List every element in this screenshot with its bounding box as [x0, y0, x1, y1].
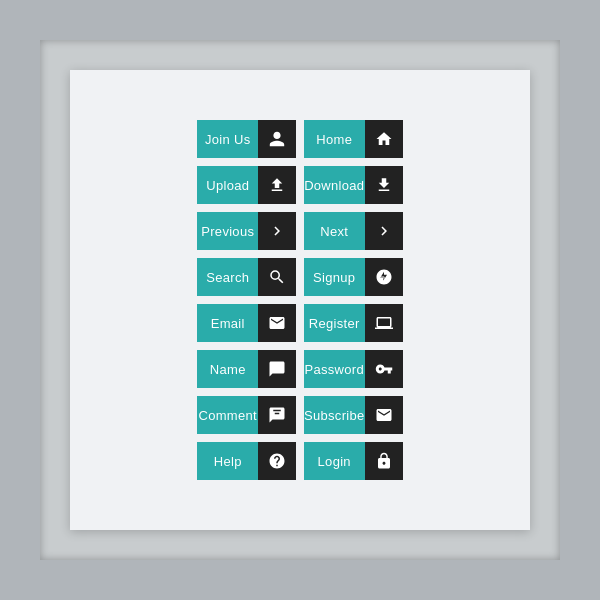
- icon-signup: @: [365, 258, 403, 296]
- label-join-us: Join Us: [197, 120, 258, 158]
- icon-upload: [258, 166, 296, 204]
- button-next[interactable]: Next: [304, 212, 403, 250]
- button-join-us[interactable]: Join Us: [197, 120, 296, 158]
- button-subscribe[interactable]: Subscribe: [304, 396, 403, 434]
- label-help: Help: [197, 442, 258, 480]
- icon-home: [365, 120, 403, 158]
- icon-join-us: [258, 120, 296, 158]
- label-name: Name: [197, 350, 258, 388]
- button-password[interactable]: Password: [304, 350, 403, 388]
- button-name[interactable]: Name: [197, 350, 296, 388]
- button-login[interactable]: Login: [304, 442, 403, 480]
- outer-frame: Join UsHomeUploadDownloadPreviousNextSea…: [40, 40, 560, 560]
- icon-download: [365, 166, 403, 204]
- icon-subscribe: [365, 396, 403, 434]
- icon-login: [365, 442, 403, 480]
- button-home[interactable]: Home: [304, 120, 403, 158]
- label-login: Login: [304, 442, 365, 480]
- label-next: Next: [304, 212, 365, 250]
- button-signup[interactable]: Signup@: [304, 258, 403, 296]
- button-comment[interactable]: Comment: [197, 396, 296, 434]
- icon-search: [258, 258, 296, 296]
- label-signup: Signup: [304, 258, 365, 296]
- icon-next: [365, 212, 403, 250]
- icon-register: [365, 304, 403, 342]
- button-register[interactable]: Register: [304, 304, 403, 342]
- label-password: Password: [304, 350, 365, 388]
- button-email[interactable]: Email: [197, 304, 296, 342]
- inner-card: Join UsHomeUploadDownloadPreviousNextSea…: [70, 70, 530, 530]
- label-comment: Comment: [197, 396, 258, 434]
- label-previous: Previous: [197, 212, 258, 250]
- button-search[interactable]: Search: [197, 258, 296, 296]
- label-home: Home: [304, 120, 365, 158]
- icon-email: [258, 304, 296, 342]
- label-search: Search: [197, 258, 258, 296]
- icon-previous: [258, 212, 296, 250]
- button-upload[interactable]: Upload: [197, 166, 296, 204]
- icon-comment: [258, 396, 296, 434]
- button-previous[interactable]: Previous: [197, 212, 296, 250]
- label-download: Download: [304, 166, 365, 204]
- svg-text:@: @: [378, 274, 386, 283]
- label-register: Register: [304, 304, 365, 342]
- label-email: Email: [197, 304, 258, 342]
- button-help[interactable]: Help: [197, 442, 296, 480]
- icon-help: [258, 442, 296, 480]
- button-download[interactable]: Download: [304, 166, 403, 204]
- icon-password: [365, 350, 403, 388]
- label-subscribe: Subscribe: [304, 396, 365, 434]
- label-upload: Upload: [197, 166, 258, 204]
- button-grid: Join UsHomeUploadDownloadPreviousNextSea…: [177, 100, 422, 500]
- icon-name: [258, 350, 296, 388]
